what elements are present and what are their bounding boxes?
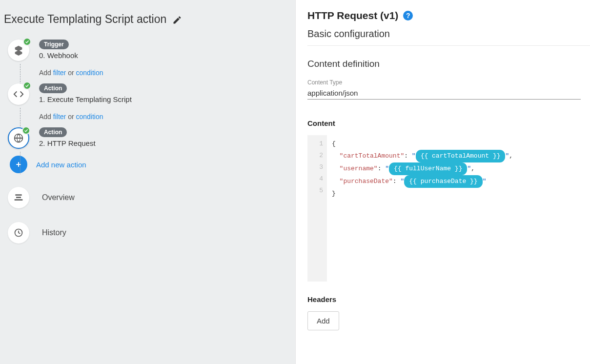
cubes-icon [13, 45, 24, 56]
badge-action: Action [39, 127, 67, 137]
step-trigger[interactable]: Trigger 0. Webhook Add filter or conditi… [6, 40, 286, 77]
history-icon [8, 222, 29, 243]
page-title: Execute Templating Script action [4, 13, 286, 26]
overview-icon [8, 187, 29, 208]
label-content: Content [307, 119, 590, 127]
code-editor[interactable]: 12345 { "cartTotalAmount": "{{ cartTotal… [307, 135, 581, 282]
filter-line: Add filter or condition [39, 69, 286, 77]
pencil-icon[interactable] [172, 15, 182, 24]
code-icon [13, 89, 24, 100]
page-title-text: Execute Templating Script action [4, 13, 166, 26]
steps-list: Trigger 0. Webhook Add filter or conditi… [4, 40, 286, 243]
add-header-button[interactable]: Add [307, 311, 339, 330]
code-gutter: 12345 [307, 135, 327, 282]
filter-link[interactable]: filter [53, 69, 66, 77]
nav-overview[interactable]: Overview [8, 187, 286, 208]
step-action-2[interactable]: Action 2. HTTP Request [6, 127, 286, 151]
check-badge-icon [23, 81, 31, 90]
svg-rect-2 [15, 194, 21, 196]
step-icon-wrap-selected [8, 127, 29, 149]
filter-line: Add filter or condition [39, 113, 286, 121]
help-icon[interactable]: ? [403, 11, 413, 20]
step-icon-wrap [8, 83, 29, 105]
section-content-def: Content definition [307, 59, 590, 69]
svg-rect-3 [16, 197, 21, 198]
connector-line [20, 152, 20, 174]
step-title: 1. Execute Templating Script [39, 95, 132, 103]
svg-rect-4 [15, 199, 23, 201]
template-var[interactable]: {{ cartTotalAmount }} [416, 150, 506, 162]
globe-icon [13, 133, 24, 143]
nav-label: Overview [42, 193, 75, 202]
code-body[interactable]: { "cartTotalAmount": "{{ cartTotalAmount… [327, 135, 581, 282]
nav-history[interactable]: History [8, 222, 286, 243]
add-new-action[interactable]: Add new action [10, 156, 286, 173]
plus-icon [10, 156, 27, 173]
step-title: 2. HTTP Request [39, 139, 96, 147]
step-title: 0. Webhook [39, 51, 78, 60]
template-var[interactable]: {{ purchaseDate }} [404, 175, 482, 188]
config-panel: HTTP Request (v1) ? Basic configuration … [295, 0, 590, 364]
content-type-input[interactable] [307, 86, 581, 100]
workflow-panel: Execute Templating Script action Trigger… [0, 0, 295, 364]
badge-trigger: Trigger [39, 40, 69, 49]
step-icon-wrap [8, 40, 29, 61]
badge-action: Action [39, 83, 67, 93]
panel-title: HTTP Request (v1) ? [307, 10, 590, 21]
add-new-label: Add new action [36, 161, 86, 169]
check-badge-icon [22, 126, 30, 135]
step-action-1[interactable]: Action 1. Execute Templating Script Add … [6, 83, 286, 121]
section-basic: Basic configuration [307, 28, 590, 46]
label-content-type: Content Type [307, 79, 590, 86]
check-badge-icon [23, 38, 31, 46]
condition-link[interactable]: condition [76, 69, 103, 77]
condition-link[interactable]: condition [76, 113, 103, 121]
label-headers: Headers [307, 295, 590, 303]
template-var[interactable]: {{ fullUserName }} [389, 162, 467, 175]
filter-link[interactable]: filter [53, 113, 66, 121]
nav-label: History [42, 228, 66, 237]
